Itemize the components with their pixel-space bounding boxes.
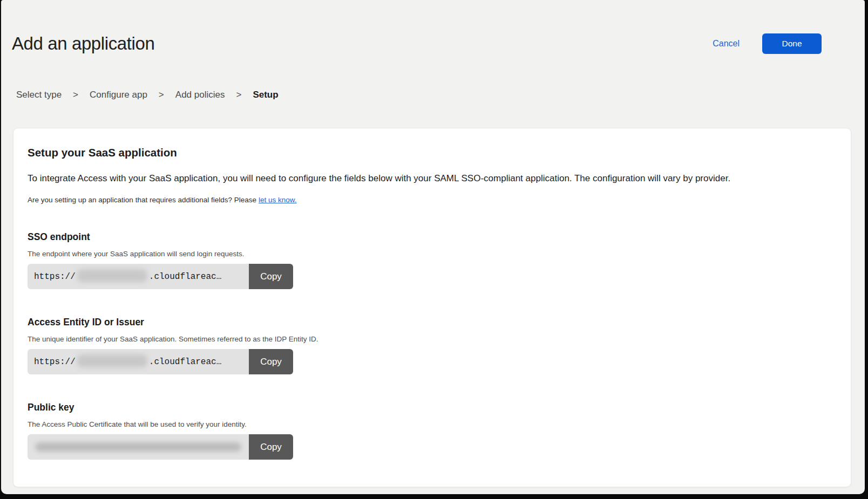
public-key-value — [28, 434, 249, 460]
header-actions: Cancel Done — [713, 33, 822, 54]
sso-endpoint-value: https:// .cloudflareac… — [28, 264, 249, 289]
entity-id-description: The unique identifier of your SaaS appli… — [28, 335, 835, 343]
breadcrumb-separator: > — [73, 90, 78, 100]
breadcrumb-separator: > — [159, 90, 164, 100]
breadcrumb-step-setup: Setup — [253, 90, 278, 100]
let-us-know-link[interactable]: let us know. — [259, 196, 297, 204]
entity-id-copy-button[interactable]: Copy — [249, 349, 293, 374]
sso-endpoint-description: The endpoint where your SaaS application… — [28, 250, 835, 258]
sso-endpoint-copy-button[interactable]: Copy — [249, 264, 293, 289]
breadcrumb-step-select-type[interactable]: Select type — [16, 90, 62, 100]
value-prefix: https:// — [34, 272, 76, 282]
card-intro: To integrate Access with your SaaS appli… — [28, 173, 835, 184]
value-suffix: .cloudflareac… — [149, 357, 221, 367]
sso-endpoint-section: SSO endpoint The endpoint where your Saa… — [28, 231, 835, 289]
done-button[interactable]: Done — [762, 33, 822, 54]
app-window: Add an application Cancel Done Select ty… — [1, 0, 865, 494]
public-key-label: Public key — [28, 402, 835, 413]
breadcrumb: Select type > Configure app > Add polici… — [16, 90, 865, 100]
redacted-value — [35, 442, 241, 452]
value-suffix: .cloudflareac… — [149, 272, 221, 282]
public-key-copy-button[interactable]: Copy — [249, 434, 293, 460]
sso-endpoint-label: SSO endpoint — [28, 231, 835, 243]
public-key-section: Public key The Access Public Certificate… — [28, 402, 835, 460]
page-title: Add an application — [12, 33, 154, 54]
page-header: Add an application Cancel Done — [1, 0, 865, 54]
entity-id-field: https:// .cloudflareac… Copy — [28, 349, 293, 374]
breadcrumb-step-configure-app[interactable]: Configure app — [90, 90, 147, 100]
cancel-button[interactable]: Cancel — [713, 39, 740, 49]
breadcrumb-separator: > — [236, 90, 241, 100]
card-title: Setup your SaaS application — [28, 146, 835, 159]
sso-endpoint-field: https:// .cloudflareac… Copy — [28, 264, 293, 289]
redacted-value — [77, 354, 147, 367]
entity-id-section: Access Entity ID or Issuer The unique id… — [28, 317, 835, 374]
value-prefix: https:// — [34, 357, 76, 367]
public-key-description: The Access Public Certificate that will … — [28, 420, 835, 428]
setup-card: Setup your SaaS application To integrate… — [13, 128, 851, 487]
public-key-field: Copy — [28, 434, 293, 460]
card-note: Are you setting up an application that r… — [28, 196, 835, 204]
redacted-value — [77, 269, 147, 282]
entity-id-value: https:// .cloudflareac… — [28, 349, 249, 374]
entity-id-label: Access Entity ID or Issuer — [28, 317, 835, 328]
card-note-text: Are you setting up an application that r… — [28, 196, 256, 204]
breadcrumb-step-add-policies[interactable]: Add policies — [175, 90, 225, 100]
